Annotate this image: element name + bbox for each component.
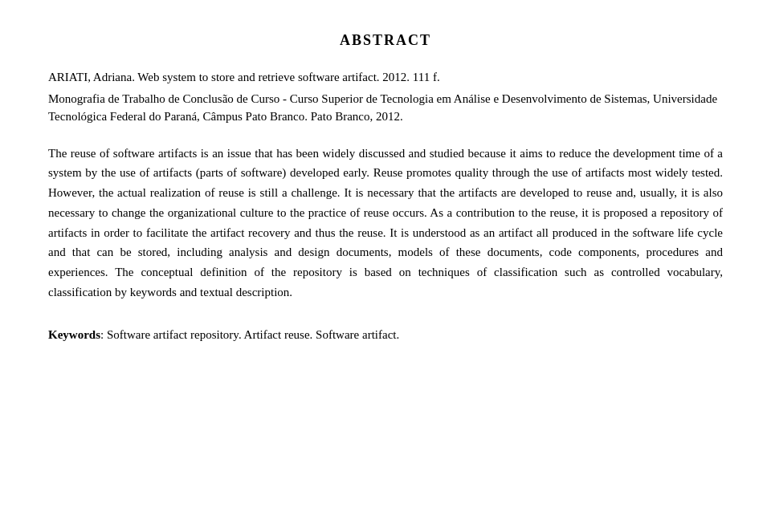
abstract-paragraph-1: The reuse of software artifacts is an is… bbox=[48, 144, 723, 303]
page-container: ABSTRACT ARIATI, Adriana. Web system to … bbox=[48, 32, 723, 344]
abstract-title: ABSTRACT bbox=[48, 32, 723, 49]
keywords-text: Software artifact repository. Artifact r… bbox=[107, 328, 399, 341]
citation-line-1: ARIATI, Adriana. Web system to store and… bbox=[48, 68, 723, 87]
keywords-line: Keywords: Software artifact repository. … bbox=[48, 325, 723, 345]
keywords-separator: : bbox=[100, 328, 107, 341]
citation-line-2: Monografia de Trabalho de Conclusão de C… bbox=[48, 90, 723, 126]
abstract-body: The reuse of software artifacts is an is… bbox=[48, 144, 723, 303]
keywords-label: Keywords bbox=[48, 328, 100, 341]
